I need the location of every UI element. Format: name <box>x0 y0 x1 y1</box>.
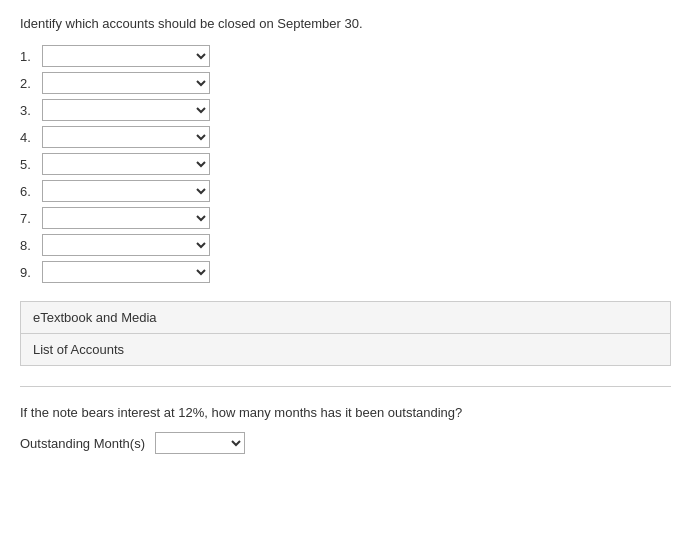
etextbook-resource[interactable]: eTextbook and Media <box>20 301 671 333</box>
dropdown-row-4: 4. <box>20 126 671 148</box>
dropdown-select-2[interactable] <box>42 72 210 94</box>
section-divider <box>20 386 671 387</box>
row-number-4: 4. <box>20 130 42 145</box>
dropdown-row-1: 1. <box>20 45 671 67</box>
dropdown-select-7[interactable] <box>42 207 210 229</box>
outstanding-select[interactable] <box>155 432 245 454</box>
row-number-3: 3. <box>20 103 42 118</box>
dropdown-select-1[interactable] <box>42 45 210 67</box>
dropdown-select-5[interactable] <box>42 153 210 175</box>
row-number-5: 5. <box>20 157 42 172</box>
dropdown-row-7: 7. <box>20 207 671 229</box>
row-number-7: 7. <box>20 211 42 226</box>
dropdown-row-3: 3. <box>20 99 671 121</box>
row-number-9: 9. <box>20 265 42 280</box>
second-instruction-text: If the note bears interest at 12%, how m… <box>20 405 671 420</box>
dropdown-select-6[interactable] <box>42 180 210 202</box>
row-number-1: 1. <box>20 49 42 64</box>
row-number-2: 2. <box>20 76 42 91</box>
dropdown-select-9[interactable] <box>42 261 210 283</box>
dropdown-row-6: 6. <box>20 180 671 202</box>
outstanding-row: Outstanding Month(s) <box>20 432 671 454</box>
dropdown-row-9: 9. <box>20 261 671 283</box>
row-number-6: 6. <box>20 184 42 199</box>
dropdown-select-4[interactable] <box>42 126 210 148</box>
instruction-text: Identify which accounts should be closed… <box>20 16 671 31</box>
dropdown-select-3[interactable] <box>42 99 210 121</box>
dropdown-select-8[interactable] <box>42 234 210 256</box>
outstanding-label: Outstanding Month(s) <box>20 436 145 451</box>
dropdowns-section: 1.2.3.4.5.6.7.8.9. <box>20 45 671 283</box>
dropdown-row-5: 5. <box>20 153 671 175</box>
list-of-accounts-resource[interactable]: List of Accounts <box>20 333 671 366</box>
dropdown-row-8: 8. <box>20 234 671 256</box>
resources-section: eTextbook and Media List of Accounts <box>20 301 671 366</box>
row-number-8: 8. <box>20 238 42 253</box>
dropdown-row-2: 2. <box>20 72 671 94</box>
second-section: If the note bears interest at 12%, how m… <box>20 401 671 454</box>
